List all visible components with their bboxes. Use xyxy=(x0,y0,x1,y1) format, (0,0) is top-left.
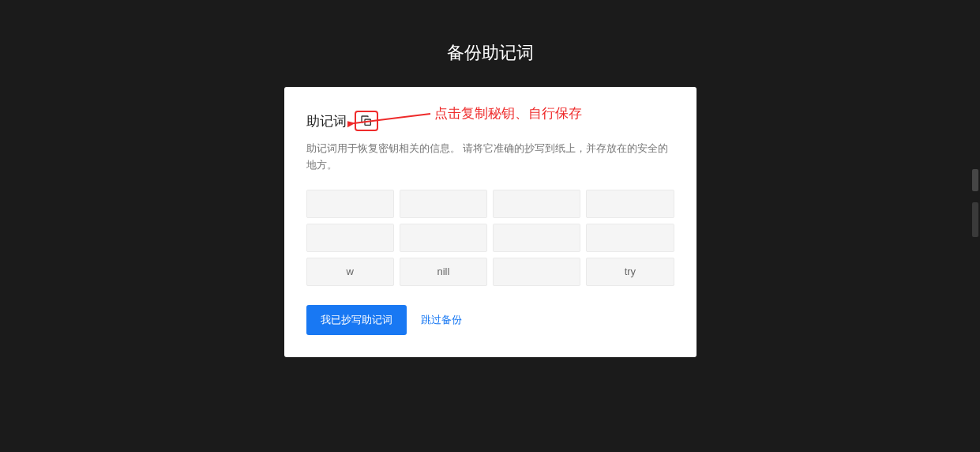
mnemonic-word-text: nill xyxy=(437,266,449,277)
confirm-button[interactable]: 我已抄写助记词 xyxy=(306,305,407,335)
card-subtitle: 助记词 xyxy=(306,112,347,130)
mnemonic-word-text: w xyxy=(346,266,353,277)
mnemonic-grid: wnilltry xyxy=(306,190,674,286)
card-description: 助记词用于恢复密钥相关的信息。 请将它准确的抄写到纸上，并存放在的安全的地方。 xyxy=(306,141,674,174)
actions-row: 我已抄写助记词 跳过备份 xyxy=(306,305,674,335)
svg-rect-2 xyxy=(365,119,370,125)
mnemonic-word: try xyxy=(586,258,674,286)
mnemonic-word: w xyxy=(306,258,394,286)
mnemonic-word xyxy=(306,190,394,218)
mnemonic-word xyxy=(493,224,580,252)
mnemonic-word xyxy=(400,224,487,252)
mnemonic-word xyxy=(493,258,580,286)
page-title: 备份助记词 xyxy=(0,0,980,87)
mnemonic-word-text: try xyxy=(625,266,636,277)
mnemonic-word xyxy=(400,190,487,218)
scrollbar-segment xyxy=(972,169,978,191)
mnemonic-word xyxy=(306,224,394,252)
mnemonic-word: nill xyxy=(400,258,487,286)
skip-link[interactable]: 跳过备份 xyxy=(421,313,462,327)
scrollbar-segment xyxy=(972,202,978,237)
mnemonic-word xyxy=(586,190,674,218)
card-header: 助记词 xyxy=(306,111,674,131)
copy-icon xyxy=(360,115,373,127)
mnemonic-card: 点击复制秘钥、自行保存 助记词 助记词用于恢复密钥相关的信息。 请将它准确的抄写… xyxy=(284,87,697,357)
copy-button[interactable] xyxy=(355,111,378,131)
mnemonic-word xyxy=(586,224,674,252)
mnemonic-word xyxy=(493,190,580,218)
